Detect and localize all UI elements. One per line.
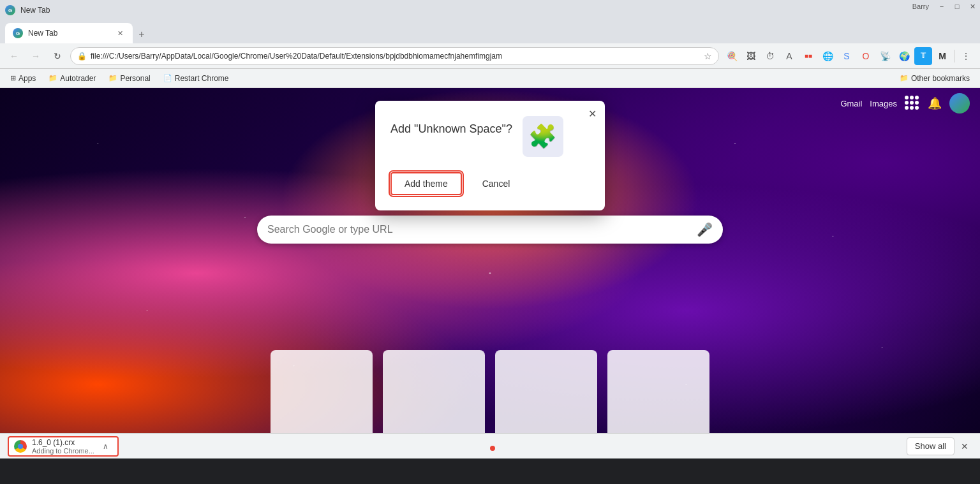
chrome-icon <box>14 440 27 453</box>
personal-label: Personal <box>120 74 150 83</box>
close-window-button[interactable]: ✕ <box>965 0 980 13</box>
other-bookmarks[interactable]: 📁 Other bookmarks <box>895 71 975 85</box>
autotrader-label: Autotrader <box>60 74 96 83</box>
show-all-button[interactable]: Show all <box>907 437 954 455</box>
bookmarks-bar: ⊞ Apps 📁 Autotrader 📁 Personal 📄 Restart… <box>0 69 980 88</box>
personal-bookmark[interactable]: 📁 Personal <box>103 71 155 85</box>
title-bar-title: New Tab <box>20 6 50 15</box>
add-theme-dialog: ✕ Add "Unknown Space"? 🧩 Add theme Cance… <box>375 101 605 210</box>
apps-bookmark[interactable]: ⊞ Apps <box>5 71 41 85</box>
dialog-close-button[interactable]: ✕ <box>584 106 600 121</box>
dialog-title: Add "Unknown Space"? <box>390 116 512 137</box>
extension-puzzle-icon: 🧩 <box>523 116 563 157</box>
tab-favicon: G <box>13 28 23 38</box>
dialog-header: Add "Unknown Space"? 🧩 <box>390 116 590 157</box>
window-controls: Barry − □ ✕ <box>907 0 980 13</box>
other-bookmarks-item[interactable]: 📁 Other bookmarks <box>895 71 975 85</box>
new-tab-button[interactable]: + <box>133 26 151 43</box>
address-bar-area: ← → ↻ 🔒 file:///C:/Users/Barry/AppData/L… <box>0 43 980 69</box>
extension-btn-3[interactable]: 🌐 <box>819 47 836 65</box>
url-display: file:///C:/Users/Barry/AppData/Local/Goo… <box>91 52 700 61</box>
download-info: 1.6_0 (1).crx Adding to Chrome... <box>32 438 94 455</box>
tab-bar: G New Tab ✕ + <box>0 20 980 43</box>
status-bar-right: Show all ✕ <box>907 437 972 455</box>
download-filename: 1.6_0 (1).crx <box>32 438 94 447</box>
toolbar-separator <box>954 50 954 62</box>
extension-btn-1[interactable]: A <box>780 47 798 65</box>
chrome-favicon: G <box>5 5 15 15</box>
download-status: Adding to Chrome... <box>32 447 94 455</box>
red-dot-indicator <box>490 446 495 451</box>
add-theme-button[interactable]: Add theme <box>390 172 462 195</box>
status-bar: 1.6_0 (1).crx Adding to Chrome... ∧ Show… <box>0 433 980 458</box>
lock-icon: 🔒 <box>77 52 87 61</box>
extension-btn-6[interactable]: 𝕋 <box>914 47 932 65</box>
title-bar: G New Tab Barry − □ ✕ <box>0 0 980 20</box>
clock-extension-button[interactable]: ⏱ <box>761 47 779 65</box>
tab-title: New Tab <box>28 29 110 38</box>
puzzle-emoji: 🧩 <box>528 123 557 150</box>
emoji-extension-button[interactable]: 🍭 <box>723 47 741 65</box>
toolbar-icons: 🍭 🖼 ⏱ A ■■ 🌐 S O 📡 🌍 𝕋 M ⋮ <box>723 47 975 65</box>
dialog-close-icon: ✕ <box>588 108 597 120</box>
dialog-actions: Add theme Cancel <box>390 172 590 195</box>
active-tab[interactable]: G New Tab ✕ <box>5 23 133 43</box>
chevron-up-icon: ∧ <box>103 442 108 451</box>
extension-btn-2[interactable]: ■■ <box>799 47 817 65</box>
refresh-button[interactable]: ↻ <box>48 47 66 65</box>
autotrader-folder-icon: 📁 <box>48 74 57 82</box>
status-bar-close-button[interactable]: ✕ <box>957 439 972 454</box>
download-chevron-button[interactable]: ∧ <box>100 440 112 453</box>
chrome-menu-button[interactable]: ⋮ <box>957 47 975 65</box>
extension-btn-7[interactable]: M <box>933 47 951 65</box>
autotrader-bookmark[interactable]: 📁 Autotrader <box>43 71 101 85</box>
forward-button[interactable]: → <box>27 47 45 65</box>
dialog-overlay: ✕ Add "Unknown Space"? 🧩 Add theme Cance… <box>0 88 980 458</box>
address-bar[interactable]: 🔒 file:///C:/Users/Barry/AppData/Local/G… <box>70 47 719 65</box>
apps-grid-icon: ⊞ <box>10 74 16 82</box>
globe-extension-button[interactable]: 🌍 <box>895 47 913 65</box>
status-close-icon: ✕ <box>961 441 969 451</box>
back-button[interactable]: ← <box>5 47 23 65</box>
minimize-button[interactable]: − <box>934 0 949 13</box>
star-icon[interactable]: ☆ <box>704 51 712 61</box>
restart-doc-icon: 📄 <box>163 74 172 82</box>
extension-btn-4[interactable]: S <box>838 47 856 65</box>
main-content: Gmail Images 🔔 Google UK 🎤 <box>0 88 980 458</box>
extension-btn-5[interactable]: O <box>857 47 875 65</box>
tab-close-button[interactable]: ✕ <box>115 28 125 38</box>
apps-label: Apps <box>19 74 36 83</box>
rss-extension-button[interactable]: 📡 <box>876 47 894 65</box>
other-bookmarks-label: Other bookmarks <box>911 74 970 83</box>
maximize-button[interactable]: □ <box>949 0 965 13</box>
cancel-button[interactable]: Cancel <box>470 173 523 194</box>
other-bookmarks-folder-icon: 📁 <box>900 74 909 82</box>
restart-chrome-bookmark[interactable]: 📄 Restart Chrome <box>158 71 234 85</box>
user-name: Barry <box>907 3 934 10</box>
photo-extension-button[interactable]: 🖼 <box>742 47 760 65</box>
title-bar-left: G New Tab <box>5 5 50 15</box>
personal-folder-icon: 📁 <box>108 74 117 82</box>
download-item: 1.6_0 (1).crx Adding to Chrome... ∧ <box>8 436 119 457</box>
restart-chrome-label: Restart Chrome <box>175 74 229 83</box>
